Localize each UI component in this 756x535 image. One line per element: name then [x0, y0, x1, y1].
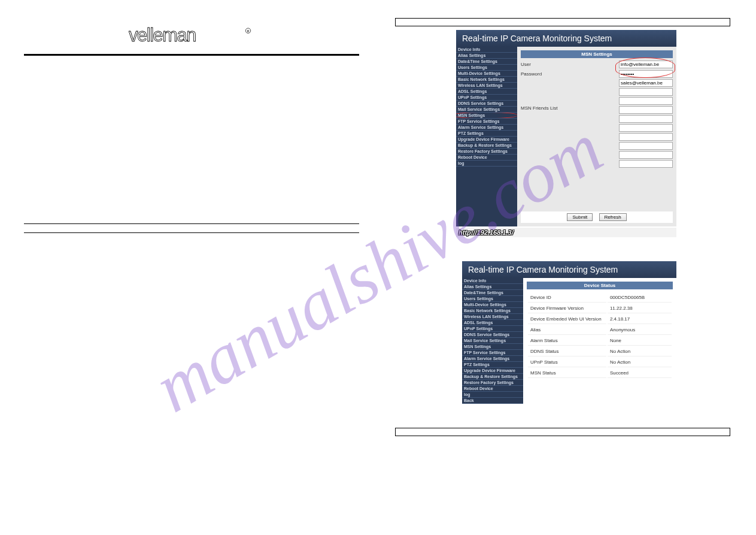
sidebar-item[interactable]: Reboot Device	[462, 386, 523, 392]
sidebar-item[interactable]: Device Info	[462, 278, 523, 284]
status-value: 000DC5D0065B	[608, 293, 672, 303]
settings-main: Device Status Device ID000DC5D0065BDevic…	[523, 278, 676, 404]
friends-label: MSN Friends List	[521, 81, 563, 111]
status-value: No Action	[608, 347, 672, 356]
status-value: Succeed	[608, 368, 672, 378]
sidebar-item[interactable]: Mail Service Settings	[462, 338, 523, 344]
sidebar-item[interactable]: ADSL Settings	[462, 320, 523, 326]
sidebar-item[interactable]: PTZ Settings	[456, 131, 517, 137]
friend-input[interactable]	[619, 115, 673, 123]
status-key: MSN Status	[528, 368, 606, 378]
sidebar-item[interactable]: Users Settings	[456, 65, 517, 71]
settings-sidebar: Device InfoAlias SettingsDate&Time Setti…	[462, 278, 523, 404]
friend-input[interactable]	[619, 97, 673, 105]
status-value: Anonymous	[608, 325, 672, 335]
section-title: MSN Settings	[521, 50, 673, 58]
friend-input[interactable]	[619, 88, 673, 96]
table-row: UPnP StatusNo Action	[528, 358, 672, 367]
sidebar-item[interactable]: Alias Settings	[456, 53, 517, 59]
panel-header: Real-time IP Camera Monitoring System	[456, 30, 676, 47]
status-value: None	[608, 336, 672, 346]
settings-sidebar: Device InfoAlias SettingsDate&Time Setti…	[456, 47, 517, 226]
velleman-logo: velleman R	[129, 24, 254, 49]
friend-input[interactable]	[619, 151, 673, 159]
table-row: MSN StatusSucceed	[528, 368, 672, 378]
url-display: http://192.168.1.3/	[456, 228, 676, 237]
sidebar-item[interactable]: UPnP Settings	[456, 95, 517, 101]
sidebar-item[interactable]: Restore Factory Settings	[462, 380, 523, 386]
sidebar-item[interactable]: Mail Service Settings	[456, 107, 517, 113]
user-input[interactable]	[619, 61, 673, 68]
sidebar-item[interactable]: Back	[462, 398, 523, 404]
table-row: Alarm StatusNone	[528, 336, 672, 346]
svg-text:R: R	[247, 29, 249, 33]
sidebar-item[interactable]: FTP Service Settings	[456, 119, 517, 125]
sidebar-item[interactable]: Users Settings	[462, 296, 523, 302]
sidebar-item[interactable]: Backup & Restore Settings	[456, 143, 517, 149]
sidebar-item[interactable]: Alias Settings	[462, 284, 523, 290]
sidebar-item[interactable]: FTP Service Settings	[462, 350, 523, 356]
table-row: Device Firmware Version11.22.2.38	[528, 304, 672, 313]
screenshot-device-status: Real-time IP Camera Monitoring System De…	[462, 261, 676, 404]
sidebar-item[interactable]: Upgrade Device Firmware	[456, 137, 517, 143]
settings-main: MSN Settings User Password MSN Friends L…	[517, 47, 676, 226]
divider	[24, 232, 359, 233]
friend-input[interactable]	[619, 142, 673, 150]
sidebar-item[interactable]: Multi-Device Settings	[456, 71, 517, 77]
sidebar-item[interactable]: Multi-Device Settings	[462, 302, 523, 308]
table-row: DDNS StatusNo Action	[528, 347, 672, 356]
sidebar-item[interactable]: ADSL Settings	[456, 89, 517, 95]
table-row: Device ID000DC5D0065B	[528, 293, 672, 303]
bottom-border-box	[395, 428, 730, 436]
sidebar-item[interactable]: MSN Settings	[462, 344, 523, 350]
status-key: Device Embeded Web UI Version	[528, 315, 606, 324]
status-value: 11.22.2.38	[608, 304, 672, 313]
sidebar-item[interactable]: Wireless LAN Settings	[462, 314, 523, 320]
sidebar-item[interactable]: Restore Factory Settings	[456, 149, 517, 155]
password-label: Password	[521, 71, 563, 77]
sidebar-item[interactable]: MSN Settings	[456, 113, 517, 119]
status-key: Device ID	[528, 293, 606, 303]
sidebar-item[interactable]: DDNS Service Settings	[456, 101, 517, 107]
screenshot-msn-settings: Real-time IP Camera Monitoring System De…	[456, 30, 676, 237]
sidebar-item[interactable]: DDNS Service Settings	[462, 332, 523, 338]
top-border-box	[395, 18, 730, 26]
svg-text:velleman: velleman	[129, 25, 196, 46]
panel-header: Real-time IP Camera Monitoring System	[462, 261, 676, 278]
friend-input[interactable]	[619, 133, 673, 141]
sidebar-item[interactable]: Backup & Restore Settings	[462, 374, 523, 380]
sidebar-item[interactable]: Date&Time Settings	[456, 59, 517, 65]
status-key: Device Firmware Version	[528, 304, 606, 313]
submit-button[interactable]: Submit	[567, 213, 593, 221]
sidebar-item[interactable]: Wireless LAN Settings	[456, 83, 517, 89]
sidebar-item[interactable]: Device Info	[456, 47, 517, 53]
sidebar-item[interactable]: Alarm Service Settings	[456, 125, 517, 131]
section-title: Device Status	[527, 282, 673, 289]
status-value: 2.4.18.17	[608, 315, 672, 324]
table-row: AliasAnonymous	[528, 325, 672, 335]
sidebar-item[interactable]: Reboot Device	[456, 155, 517, 161]
refresh-button[interactable]: Refresh	[599, 213, 627, 221]
friend-input[interactable]	[619, 106, 673, 114]
sidebar-item[interactable]: PTZ Settings	[462, 362, 523, 368]
sidebar-item[interactable]: log	[462, 392, 523, 398]
friend-input[interactable]	[619, 160, 673, 168]
sidebar-item[interactable]: log	[456, 161, 517, 167]
friend-input[interactable]	[619, 79, 673, 87]
divider	[24, 54, 359, 56]
sidebar-item[interactable]: Upgrade Device Firmware	[462, 368, 523, 374]
left-page: velleman R	[24, 18, 359, 305]
divider	[24, 223, 359, 224]
table-row: Device Embeded Web UI Version2.4.18.17	[528, 315, 672, 324]
sidebar-item[interactable]: Basic Network Settings	[462, 308, 523, 314]
sidebar-item[interactable]: Alarm Service Settings	[462, 356, 523, 362]
right-page: Real-time IP Camera Monitoring System De…	[395, 18, 730, 440]
password-input[interactable]	[619, 70, 673, 78]
sidebar-item[interactable]: Date&Time Settings	[462, 290, 523, 296]
status-key: Alarm Status	[528, 336, 606, 346]
friend-input[interactable]	[619, 124, 673, 132]
sidebar-item[interactable]: Basic Network Settings	[456, 77, 517, 83]
status-key: DDNS Status	[528, 347, 606, 356]
sidebar-item[interactable]: UPnP Settings	[462, 326, 523, 332]
status-key: Alias	[528, 325, 606, 335]
